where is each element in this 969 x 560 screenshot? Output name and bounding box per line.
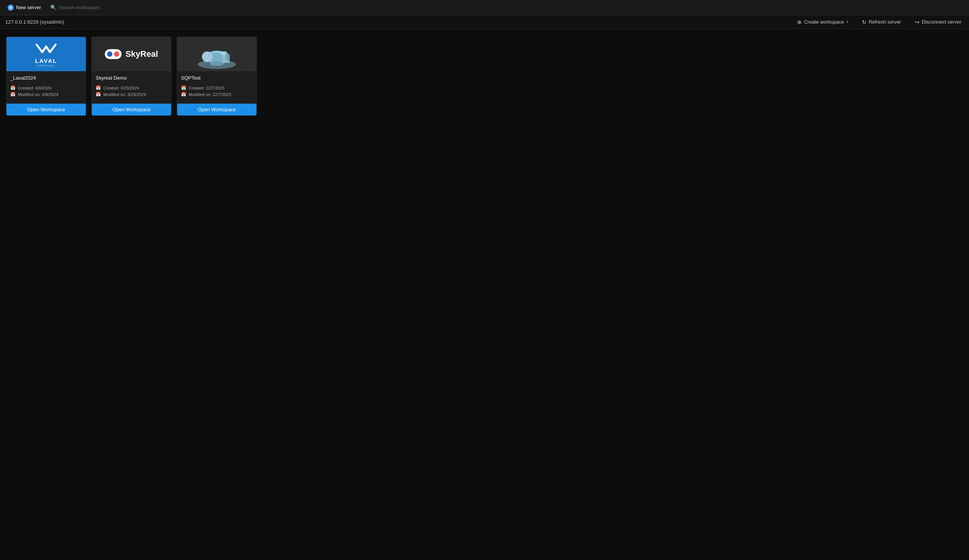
laval-text: LAVAL <box>35 58 57 64</box>
modified-item-skyreal: 📅 Modified on: 3/29/2024 <box>96 92 167 97</box>
calendar-icon-created-sqptest: 📅 <box>181 85 186 90</box>
skyreal-logo: SkyReal <box>105 49 158 59</box>
skyreal-text: SkyReal <box>125 49 158 59</box>
modified-label: Modified on: 4/8/2024 <box>18 92 58 97</box>
dropdown-arrow-icon: ▾ <box>846 20 848 24</box>
modified-item-sqptest: 📅 Modified on: 12/7/2023 <box>181 92 253 97</box>
open-workspace-button-skyreal[interactable]: Open Workspace <box>92 104 171 115</box>
workspace-grid: LAVAL VIRTUAL _Laval2024 📅 Created: 4/8/… <box>0 29 969 123</box>
eye-right <box>114 52 119 57</box>
card-title-laval2024: _Laval2024 <box>10 75 82 81</box>
modified-label-skyreal: Modified on: 3/29/2024 <box>103 92 146 97</box>
modified-label-sqptest: Modified on: 12/7/2023 <box>189 92 231 97</box>
new-server-button[interactable]: + New server <box>5 3 44 12</box>
server-bar: 127.0.0.1:9228 (sysadmin) ⊕ Create works… <box>0 15 969 29</box>
calendar-icon-created: 📅 <box>10 85 16 90</box>
card-meta-skyreal: 📅 Created: 3/29/2024 📅 Modified on: 3/29… <box>96 85 167 97</box>
sqptest-shapes-svg <box>194 37 240 71</box>
card-thumbnail-skyreal: SkyReal <box>92 37 171 71</box>
disconnect-server-label: Disconnect server <box>922 19 961 25</box>
refresh-icon: ↻ <box>862 19 866 25</box>
modified-item-laval2024: 📅 Modified on: 4/8/2024 <box>10 92 82 97</box>
search-input[interactable] <box>59 5 127 10</box>
workspace-card-sqptest: SQPTest 📅 Created: 12/7/2023 📅 Modified … <box>177 37 257 116</box>
svg-point-3 <box>210 61 224 66</box>
create-icon: ⊕ <box>797 19 802 25</box>
search-container: 🔍 <box>50 5 127 10</box>
create-workspace-button[interactable]: ⊕ Create workspace ▾ <box>795 18 851 27</box>
card-body-sqptest: SQPTest 📅 Created: 12/7/2023 📅 Modified … <box>177 71 256 100</box>
created-item-sqptest: 📅 Created: 12/7/2023 <box>181 85 253 90</box>
skyreal-eyes <box>105 49 122 59</box>
plus-icon: + <box>8 5 14 11</box>
open-workspace-button-sqptest[interactable]: Open Workspace <box>177 104 256 115</box>
card-body-skyreal: Skyreal Demo 📅 Created: 3/29/2024 📅 Modi… <box>92 71 171 100</box>
server-actions: ⊕ Create workspace ▾ ↻ Refresh server ↪ … <box>795 18 964 27</box>
created-label: Created: 4/8/2024 <box>18 86 52 90</box>
calendar-icon-modified-sqptest: 📅 <box>181 92 186 97</box>
card-title-sqptest: SQPTest <box>181 75 253 81</box>
workspace-card-laval2024: LAVAL VIRTUAL _Laval2024 📅 Created: 4/8/… <box>6 37 86 116</box>
refresh-server-button[interactable]: ↻ Refresh server <box>860 18 904 27</box>
open-workspace-button-laval2024[interactable]: Open Workspace <box>7 104 86 115</box>
card-thumbnail-laval2024: LAVAL VIRTUAL <box>7 37 86 71</box>
refresh-server-label: Refresh server <box>869 19 901 25</box>
calendar-icon-modified-skyreal: 📅 <box>96 92 101 97</box>
disconnect-server-button[interactable]: ↪ Disconnect server <box>912 18 964 27</box>
created-label-sqptest: Created: 12/7/2023 <box>189 86 225 90</box>
disconnect-icon: ↪ <box>915 19 919 25</box>
svg-point-4 <box>202 52 213 62</box>
laval-subtext: VIRTUAL <box>37 64 55 67</box>
calendar-icon-created-skyreal: 📅 <box>96 85 101 90</box>
workspace-card-skyreal-demo: SkyReal Skyreal Demo 📅 Created: 3/29/202… <box>92 37 171 116</box>
card-meta-laval2024: 📅 Created: 4/8/2024 📅 Modified on: 4/8/2… <box>10 85 82 97</box>
card-meta-sqptest: 📅 Created: 12/7/2023 📅 Modified on: 12/7… <box>181 85 253 97</box>
server-info: 127.0.0.1:9228 (sysadmin) <box>5 19 64 25</box>
card-body-laval2024: _Laval2024 📅 Created: 4/8/2024 📅 Modifie… <box>7 71 86 100</box>
new-server-label: New server <box>16 5 41 10</box>
eye-left <box>107 52 112 57</box>
search-icon: 🔍 <box>50 5 57 10</box>
laval-logo: LAVAL VIRTUAL <box>35 41 58 67</box>
card-title-skyreal: Skyreal Demo <box>96 75 167 81</box>
laval-logo-svg <box>35 41 58 56</box>
calendar-icon-modified: 📅 <box>10 92 16 97</box>
create-workspace-label: Create workspace <box>804 19 844 25</box>
created-label-skyreal: Created: 3/29/2024 <box>103 86 139 90</box>
card-thumbnail-sqptest <box>177 37 256 71</box>
created-item-skyreal: 📅 Created: 3/29/2024 <box>96 85 167 90</box>
created-item-laval2024: 📅 Created: 4/8/2024 <box>10 85 82 90</box>
top-nav: + New server 🔍 <box>0 0 969 15</box>
